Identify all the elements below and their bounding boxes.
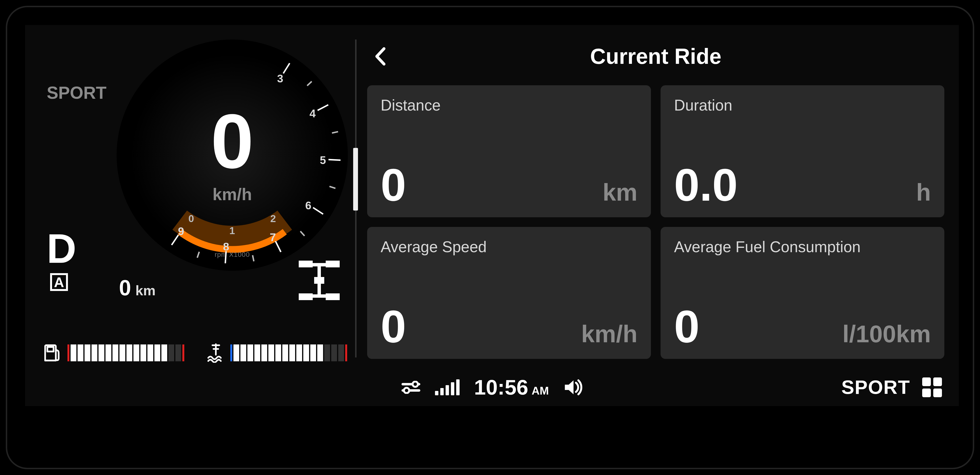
stats-grid: Distance0kmDuration0.0hAverage Speed0km/… (367, 85, 944, 359)
clock: 10:56 AM (474, 375, 549, 400)
status-right: SPORT (841, 376, 942, 399)
signal-strength-icon (435, 380, 460, 395)
stat-card-value: 0.0 (674, 162, 738, 208)
gauge-panel: SPORT 0 km/h rpm X1000 3456789012 D A 0 (25, 25, 345, 369)
speed-unit: km/h (213, 185, 252, 204)
screen: SPORT 0 km/h rpm X1000 3456789012 D A 0 (25, 25, 959, 406)
device-frame: SPORT 0 km/h rpm X1000 3456789012 D A 0 (6, 6, 974, 469)
tach-number: 8 (223, 240, 229, 253)
page-title: Current Ride (367, 44, 944, 69)
stat-card-label: Distance (381, 96, 638, 114)
tach-number: 3 (277, 72, 283, 85)
stat-card-label: Average Fuel Consumption (674, 238, 931, 256)
clock-time: 10:56 (474, 375, 528, 400)
fuel-gauge-bar (67, 345, 186, 361)
stat-card-unit: km (603, 178, 638, 206)
ride-mode-label: SPORT (47, 83, 107, 103)
tach-number: 9 (178, 225, 184, 238)
temp-gauge-bar (230, 345, 348, 361)
auto-mode-badge: A (50, 273, 68, 291)
svg-point-14 (404, 388, 409, 393)
back-button[interactable] (367, 43, 394, 70)
stat-card-unit: h (916, 178, 931, 206)
odometer: 0 km (119, 276, 156, 300)
status-bar: 10:56 AM SPORT (25, 369, 959, 406)
stat-card[interactable]: Duration0.0h (660, 85, 944, 217)
tach-number: 4 (310, 107, 316, 120)
page-header: Current Ride (367, 35, 944, 78)
stat-card-value: 0 (381, 162, 406, 208)
settings-sliders-icon[interactable] (401, 381, 421, 394)
tach-number: 7 (270, 231, 276, 244)
stat-card-value: 0 (674, 303, 700, 349)
drivetrain-icon (299, 261, 340, 300)
content-panel: Current Ride Distance0kmDuration0.0hAver… (345, 25, 959, 369)
stat-card-label: Average Speed (381, 238, 638, 256)
stat-card-label: Duration (674, 96, 931, 114)
tach-number: 5 (320, 154, 326, 167)
apps-grid-icon[interactable] (922, 377, 942, 397)
temp-gauge (207, 343, 348, 363)
tachometer: 0 km/h rpm X1000 3456789012 (116, 40, 348, 271)
fuel-gauge (45, 343, 186, 363)
odometer-value: 0 (119, 276, 131, 300)
coolant-temp-icon (207, 343, 224, 363)
volume-icon[interactable] (563, 379, 582, 396)
status-center: 10:56 AM (401, 375, 583, 400)
tach-arc-number: 1 (229, 225, 235, 237)
stat-card-unit: l/100km (842, 320, 931, 348)
fuel-icon (45, 343, 62, 363)
stat-card-unit: km/h (581, 320, 638, 348)
stat-card[interactable]: Distance0km (367, 85, 651, 217)
main-area: SPORT 0 km/h rpm X1000 3456789012 D A 0 (25, 25, 959, 369)
odometer-unit: km (135, 282, 156, 299)
stat-card[interactable]: Average Fuel Consumption0l/100km (660, 227, 944, 359)
svg-point-13 (413, 381, 418, 387)
bar-gauges-row (45, 343, 348, 363)
tach-number: 6 (305, 199, 312, 212)
scroll-thumb[interactable] (353, 148, 358, 211)
svg-rect-7 (314, 277, 324, 284)
stat-card-value: 0 (381, 303, 406, 349)
speed-value: 0 (211, 103, 254, 180)
stat-card[interactable]: Average Speed0km/h (367, 227, 651, 359)
rpm-scale-label: rpm X1000 (215, 251, 250, 259)
tach-arc-number: 0 (188, 213, 194, 224)
clock-ampm: AM (532, 384, 549, 397)
gear-indicator: D (47, 225, 76, 272)
chevron-left-icon (373, 47, 388, 66)
status-mode-label: SPORT (841, 376, 910, 399)
tach-arc-number: 2 (270, 213, 276, 224)
